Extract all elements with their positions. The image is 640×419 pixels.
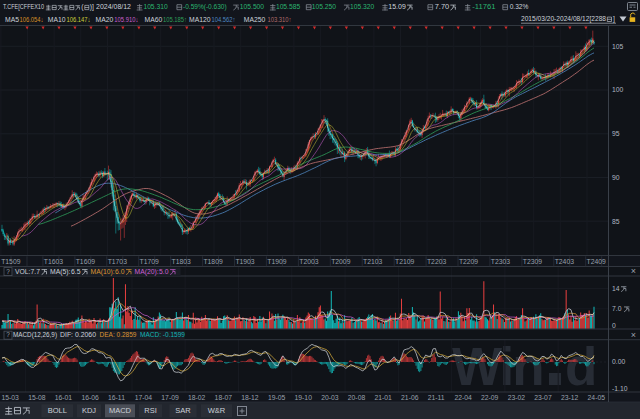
svg-text:15-08: 15-08	[28, 394, 46, 401]
svg-text:22-04: 22-04	[454, 394, 472, 401]
svg-text:105.250: 105.250	[312, 3, 337, 10]
svg-text:×: ×	[631, 266, 636, 276]
svg-text:16-01: 16-01	[55, 394, 73, 401]
svg-text:W&R: W&R	[208, 406, 226, 415]
svg-text:16-11: 16-11	[108, 394, 125, 401]
svg-text:T1703: T1703	[108, 258, 127, 265]
svg-text:23-12: 23-12	[561, 394, 579, 401]
svg-text:90: 90	[612, 174, 620, 181]
svg-text:105.500: 105.500	[240, 3, 265, 10]
svg-text:0: 0	[612, 322, 616, 329]
svg-text:T1609: T1609	[76, 258, 95, 265]
svg-text:7.70: 7.70	[435, 3, 450, 10]
svg-text:-11761: -11761	[472, 3, 496, 10]
svg-text:MA(20):: MA(20):	[135, 268, 159, 276]
svg-text:100: 100	[612, 86, 624, 93]
svg-text:17-09: 17-09	[161, 394, 179, 401]
svg-text:104.562↑: 104.562↑	[212, 16, 236, 23]
svg-text:T2209: T2209	[459, 258, 478, 265]
svg-text:0.32%: 0.32%	[510, 3, 529, 10]
svg-text:MA250: MA250	[244, 16, 266, 23]
svg-text:T2203: T2203	[427, 258, 446, 265]
svg-text:15.09: 15.09	[388, 3, 406, 10]
svg-text:T.CFE[CFFEX10: T.CFE[CFFEX10	[3, 3, 44, 11]
svg-text:18-02: 18-02	[188, 394, 206, 401]
svg-text:15-03: 15-03	[2, 394, 20, 401]
svg-text:18-07: 18-07	[215, 394, 233, 401]
svg-text:T2403: T2403	[555, 258, 574, 265]
svg-text:MA20: MA20	[96, 16, 114, 23]
svg-text:SAR: SAR	[175, 406, 191, 415]
svg-text:?: ?	[6, 268, 10, 275]
svg-text:6.0: 6.0	[115, 268, 125, 275]
svg-text:5.0: 5.0	[159, 268, 169, 275]
svg-text:VOL:: VOL:	[15, 268, 31, 275]
svg-text:20-03: 20-03	[321, 394, 339, 401]
svg-text:d: d	[565, 337, 597, 396]
svg-text:106.147↓: 106.147↓	[67, 16, 91, 23]
svg-text:105.585: 105.585	[276, 3, 301, 10]
svg-text:MACD: MACD	[109, 406, 132, 415]
svg-text:19-10: 19-10	[295, 394, 313, 401]
svg-text:×: ×	[631, 330, 636, 340]
svg-text:T1509: T1509	[1, 258, 20, 265]
svg-text:MA120: MA120	[189, 16, 211, 23]
svg-text:23-02: 23-02	[508, 394, 526, 401]
svg-text:T1903: T1903	[235, 258, 254, 265]
svg-text:16-06: 16-06	[81, 394, 99, 401]
svg-text:6.5: 6.5	[71, 268, 81, 275]
svg-text:24-05: 24-05	[588, 394, 606, 401]
svg-text:105.185↑: 105.185↑	[163, 16, 187, 23]
svg-text:-1.10: -1.10	[612, 385, 628, 392]
svg-text:105.310: 105.310	[143, 3, 168, 10]
svg-text:19-05: 19-05	[268, 394, 286, 401]
svg-text:MACD(12,26,9): MACD(12,26,9)	[13, 331, 57, 339]
svg-text:105: 105	[612, 43, 624, 50]
svg-text:106.054↓: 106.054↓	[20, 16, 44, 23]
svg-text:17-04: 17-04	[135, 394, 153, 401]
svg-text:MACD: -0.1599: MACD: -0.1599	[140, 331, 185, 338]
svg-text:KDJ: KDJ	[82, 406, 96, 415]
svg-text:2015/03/20-2024/08/12[2288: 2015/03/20-2024/08/12[2288	[521, 15, 606, 23]
svg-text:105.320: 105.320	[350, 3, 375, 10]
svg-text:MA(10):: MA(10):	[91, 268, 115, 276]
svg-text:RSI: RSI	[144, 406, 157, 415]
svg-text:BOLL: BOLL	[48, 406, 67, 415]
svg-text:T2303: T2303	[491, 258, 510, 265]
svg-text:-0.59%(-0.630): -0.59%(-0.630)	[183, 3, 227, 11]
svg-text:21-01: 21-01	[374, 394, 392, 401]
svg-text:21-11: 21-11	[428, 394, 445, 401]
svg-text:18-12: 18-12	[241, 394, 259, 401]
svg-text:T1709: T1709	[140, 258, 159, 265]
svg-text:T2003: T2003	[299, 258, 318, 265]
svg-text:0.00: 0.00	[612, 358, 625, 365]
svg-text:T2009: T2009	[331, 258, 350, 265]
svg-text:MA10: MA10	[48, 16, 66, 23]
svg-text:T1809: T1809	[203, 258, 222, 265]
svg-text:]: ]	[613, 15, 615, 23]
svg-text:MA5: MA5	[5, 16, 19, 23]
svg-text:2024/08/12: 2024/08/12	[96, 3, 131, 10]
svg-text:DIF: 0.2060: DIF: 0.2060	[60, 331, 96, 338]
svg-text:20-08: 20-08	[348, 394, 366, 401]
svg-text:T2103: T2103	[363, 258, 382, 265]
svg-text:DEA: 0.2859: DEA: 0.2859	[100, 331, 137, 338]
svg-text:T2309: T2309	[523, 258, 542, 265]
svg-text:T2409: T2409	[587, 258, 606, 265]
svg-text:7.7: 7.7	[31, 268, 41, 275]
svg-text:95: 95	[612, 130, 620, 137]
svg-text:22-09: 22-09	[481, 394, 499, 401]
svg-text:7.0: 7.0	[612, 305, 622, 312]
svg-text:21-06: 21-06	[401, 394, 419, 401]
svg-text:14: 14	[612, 285, 620, 292]
svg-text:?: ?	[6, 331, 10, 338]
svg-text:105.910↓: 105.910↓	[114, 16, 138, 23]
svg-text:T1603: T1603	[44, 258, 63, 265]
svg-text:23-07: 23-07	[534, 394, 552, 401]
svg-text:)]: )]	[90, 3, 94, 11]
svg-text:T1803: T1803	[172, 258, 191, 265]
svg-text:T1909: T1909	[267, 258, 286, 265]
svg-text:85: 85	[612, 218, 620, 225]
svg-text:103.310↑: 103.310↑	[268, 16, 292, 23]
svg-text:Win: Win	[452, 337, 543, 396]
